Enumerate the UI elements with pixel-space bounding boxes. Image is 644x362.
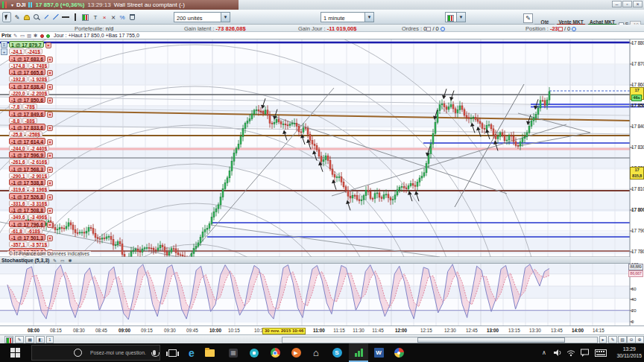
time-axis-label: 12:15 bbox=[420, 328, 432, 333]
order-pnl-label: -220,0-2 200$ bbox=[9, 90, 50, 96]
order-pnl-label: -174,8-1 748$ bbox=[9, 63, 50, 69]
network-icon[interactable] bbox=[565, 343, 577, 362]
home-app-icon[interactable]: ⌂ bbox=[308, 343, 324, 362]
taskbar-clock[interactable]: 13:2930/11/2015 bbox=[616, 346, 642, 359]
order-close-icon[interactable]: × bbox=[45, 42, 51, 48]
order-entry-label[interactable]: -1 @ 17 833,6× bbox=[9, 124, 53, 130]
skype-icon[interactable]: S bbox=[329, 343, 345, 362]
order-entry-label[interactable]: -1 @ 17 850,6× bbox=[9, 96, 53, 103]
order-pnl-label: -357,1-3 571$ bbox=[9, 241, 50, 247]
order-entry-price: -1 @ 17 538,8 bbox=[9, 179, 45, 185]
chrome-icon[interactable] bbox=[267, 343, 283, 362]
messaging-app-icon[interactable] bbox=[246, 343, 262, 362]
order-entry-price: -1 @ 17 508,8 bbox=[9, 206, 45, 213]
order-entry-label[interactable]: -1 @ 17 683,6× bbox=[9, 55, 53, 62]
order-close-icon[interactable]: × bbox=[47, 180, 53, 186]
order-entry-price: -1 @ 17 833,6 bbox=[9, 124, 45, 130]
order-entry-label[interactable]: -1 @ 17 638,4× bbox=[9, 83, 53, 89]
stochastic-header: Stochastique (5,3,3) ✎ ▭ ✱ bbox=[0, 257, 630, 264]
order-close-icon[interactable]: × bbox=[47, 112, 53, 118]
order-close-icon[interactable]: × bbox=[47, 98, 53, 104]
start-button[interactable] bbox=[0, 343, 30, 362]
order-pnl-label: -192,8-1 928$ bbox=[9, 76, 50, 82]
order-pnl-label: -290,1-2 901$ bbox=[9, 173, 50, 179]
order-pnl-label: -7,8-78$ bbox=[9, 104, 38, 109]
order-close-icon[interactable]: × bbox=[47, 153, 53, 159]
order-entry-label[interactable]: -1 @ 17 526,8× bbox=[9, 193, 53, 200]
order-pnl-label: -8,8-88$ bbox=[9, 118, 38, 124]
zoom-area-icon[interactable]: ▧ bbox=[618, 336, 627, 343]
scrollbar-thumb[interactable] bbox=[417, 337, 565, 343]
time-axis-label: 09:30 bbox=[164, 328, 176, 333]
time-axis-label: 11:00 bbox=[313, 328, 325, 333]
time-axis-label: 13:45 bbox=[551, 328, 563, 333]
search-placeholder: Posez-moi une question. bbox=[90, 350, 146, 355]
order-close-icon[interactable]: × bbox=[47, 57, 53, 63]
task-view-button[interactable] bbox=[164, 343, 180, 362]
order-close-icon[interactable]: × bbox=[47, 84, 53, 90]
stochastic-title: Stochastique (5,3,3) bbox=[1, 258, 49, 263]
order-entry-price: -1 @ 17 850,6 bbox=[9, 96, 45, 103]
order-pnl-label: -319,6-3 196$ bbox=[9, 186, 50, 192]
order-entry-price: -1 @ 17 501,3 bbox=[9, 234, 45, 241]
chart-overlays: 17 88017 87017 86017 85017 84017 83017 8… bbox=[0, 0, 644, 344]
order-close-icon[interactable]: × bbox=[47, 222, 53, 228]
stoch-edit-icon[interactable]: ✎ bbox=[53, 258, 57, 263]
time-axis-label: 13:15 bbox=[508, 328, 520, 333]
windows-taskbar: Posez-moi une question. e ▦ ▶ ⌂ S W ∧ 13… bbox=[0, 343, 644, 362]
order-close-icon[interactable]: × bbox=[47, 167, 53, 173]
order-close-icon[interactable]: × bbox=[47, 208, 53, 214]
order-close-icon[interactable]: × bbox=[47, 194, 53, 200]
3d-chart-icon[interactable]: ◧ bbox=[36, 336, 45, 343]
zoom-in-icon[interactable]: ⊕ bbox=[635, 336, 644, 343]
order-entry-label[interactable]: -1 @ 17 665,6× bbox=[9, 69, 53, 75]
order-pnl-label: -25,8-258$ bbox=[9, 131, 43, 137]
order-entry-label[interactable]: -1 @ 17 538,8× bbox=[9, 179, 53, 185]
grid-icon[interactable]: ▦ bbox=[25, 336, 34, 343]
stoch-window-icon[interactable]: ▭ bbox=[60, 258, 65, 263]
tray-expand-icon[interactable]: ∧ bbox=[538, 343, 550, 362]
order-close-icon[interactable]: × bbox=[47, 235, 53, 241]
cortana-icon[interactable] bbox=[74, 349, 82, 357]
order-entry-price: -1 @ 17 849,6 bbox=[9, 110, 45, 117]
order-pnl-label: -244,0-2 440$ bbox=[9, 145, 50, 151]
order-entry-price: -1 @ 17 638,4 bbox=[9, 83, 45, 89]
time-axis-label: 09:45 bbox=[186, 328, 198, 333]
order-entry-label[interactable]: -1 @ 17 614,4× bbox=[9, 138, 53, 145]
indicators-icon[interactable]: ✎ bbox=[15, 336, 24, 343]
order-close-icon[interactable]: × bbox=[47, 70, 53, 76]
time-axis-label: 14:15 bbox=[593, 328, 604, 333]
time-axis-label: 12:30 bbox=[444, 328, 456, 333]
order-entry-label[interactable]: 1 @ 17 879,7× bbox=[9, 41, 51, 48]
order-labels: 1 @ 17 879,7×-24,1-241$-1 @ 17 683,6×-17… bbox=[0, 0, 644, 344]
draw-mode-icon[interactable]: ✎ bbox=[608, 336, 617, 343]
order-close-icon[interactable]: × bbox=[47, 125, 53, 131]
time-axis-label: 11:15 bbox=[333, 328, 344, 333]
horizontal-scrollbar[interactable] bbox=[282, 337, 598, 343]
order-entry-label[interactable]: -1 @ 17 568,3× bbox=[9, 165, 53, 172]
order-entry-price: -1 @ 17 526,8 bbox=[9, 193, 45, 200]
keyboard-icon[interactable] bbox=[592, 343, 610, 362]
edge-icon[interactable]: e bbox=[183, 343, 200, 362]
order-entry-label[interactable]: -1 @ 17 508,8× bbox=[9, 206, 53, 213]
paint-app-icon[interactable] bbox=[391, 343, 407, 362]
order-entry-label[interactable]: -1 @ 17 849,6× bbox=[9, 110, 53, 117]
chart-properties-icon[interactable] bbox=[4, 336, 13, 343]
order-close-icon[interactable]: × bbox=[47, 139, 53, 145]
search-box[interactable]: Posez-moi une question. bbox=[31, 345, 160, 361]
file-explorer-icon[interactable] bbox=[201, 343, 218, 362]
order-entry-label[interactable]: -1 @ 17 796,6× bbox=[9, 220, 53, 227]
volume-icon[interactable] bbox=[552, 343, 564, 362]
order-entry-label[interactable]: -1 @ 17 501,3× bbox=[9, 234, 53, 241]
microphone-icon[interactable] bbox=[153, 350, 156, 355]
scroll-right-icon[interactable]: ▸ bbox=[599, 336, 607, 343]
store-app-icon[interactable]: ▦ bbox=[225, 343, 242, 362]
page-1-tab[interactable]: 1 bbox=[46, 336, 54, 343]
word-icon[interactable]: W bbox=[370, 343, 387, 362]
copyright-label: © IT-Finance.com Données indicatives bbox=[7, 251, 91, 256]
trading-app-icon[interactable] bbox=[349, 343, 368, 362]
notification-icon[interactable] bbox=[578, 343, 590, 362]
media-app-icon[interactable]: ▶ bbox=[288, 343, 304, 362]
stoch-settings-icon[interactable]: ✱ bbox=[69, 258, 72, 263]
order-entry-label[interactable]: -1 @ 17 596,9× bbox=[9, 151, 53, 158]
